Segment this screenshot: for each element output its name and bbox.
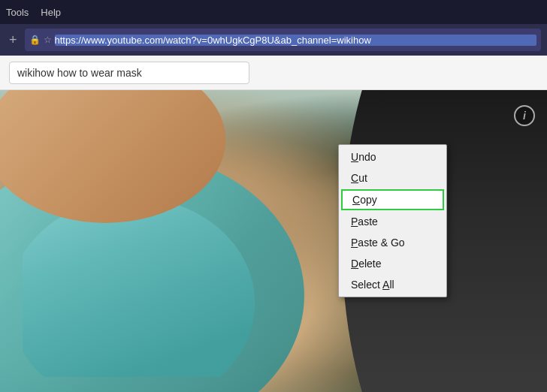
new-tab-button[interactable]: +	[6, 31, 20, 50]
address-bar-wrapper[interactable]: 🔒 ☆	[25, 29, 541, 51]
context-menu-paste[interactable]: Paste	[339, 211, 446, 232]
lock-icon: 🔒	[29, 35, 41, 45]
menu-help[interactable]: Help	[41, 7, 61, 18]
context-menu-copy[interactable]: Copy	[341, 189, 444, 210]
context-menu-cut[interactable]: Cut	[339, 167, 446, 188]
context-menu-select-all[interactable]: Select All	[339, 274, 446, 295]
info-icon[interactable]: i	[514, 105, 535, 126]
search-input[interactable]	[9, 62, 249, 84]
menu-tools[interactable]: Tools	[6, 7, 29, 18]
context-menu-undo[interactable]: Undo	[339, 146, 446, 167]
context-menu-delete[interactable]: Delete	[339, 253, 446, 274]
search-bar-area	[0, 56, 547, 90]
context-menu: Undo Cut Copy Paste Paste & Go Delete Se…	[338, 144, 447, 297]
titlebar-menu: Tools Help	[6, 7, 61, 18]
browser-toolbar: + 🔒 ☆	[0, 24, 547, 56]
video-area: i Undo Cut Copy Paste Paste & Go Delete …	[0, 90, 547, 392]
titlebar: Tools Help	[0, 0, 547, 24]
context-menu-paste-go[interactable]: Paste & Go	[339, 232, 446, 253]
bookmark-icon: ☆	[44, 35, 52, 45]
address-bar[interactable]	[55, 35, 536, 46]
